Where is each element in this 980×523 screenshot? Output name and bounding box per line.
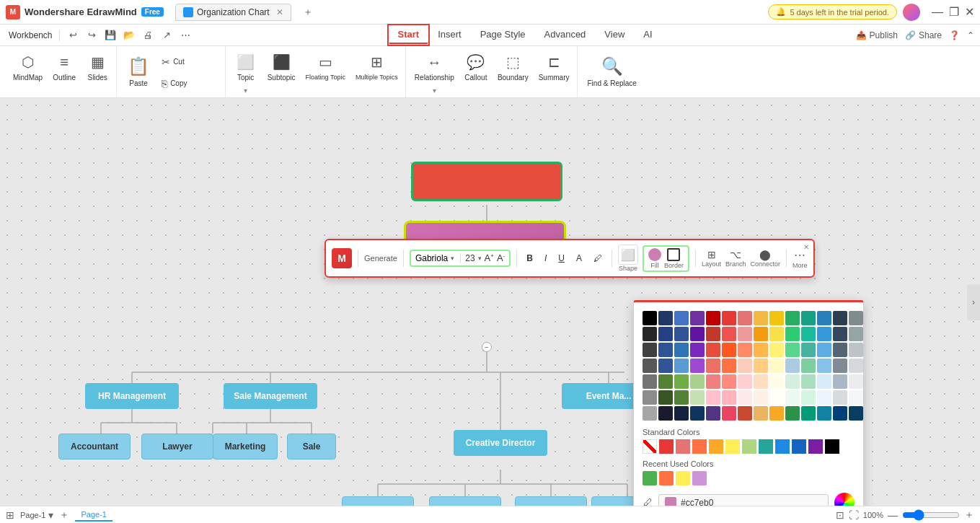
- std-color-6[interactable]: [742, 439, 756, 454]
- std-color-10[interactable]: [808, 439, 823, 454]
- canvas-area[interactable]: Assistant Manager − HR Management Sale M…: [0, 98, 980, 506]
- publish-button[interactable]: 📤 Publish: [856, 30, 898, 40]
- active-page-tab[interactable]: Page-1: [75, 509, 112, 522]
- color-cell-1-5[interactable]: [722, 327, 736, 341]
- color-cell-2-5[interactable]: [722, 343, 736, 357]
- add-page-plus-button[interactable]: ＋: [59, 509, 69, 522]
- color-cell-3-12[interactable]: [833, 359, 847, 373]
- color-cell-6-5[interactable]: [722, 406, 736, 421]
- color-cell-2-0[interactable]: [643, 343, 657, 357]
- color-cell-5-11[interactable]: [817, 390, 831, 405]
- color-cell-5-7[interactable]: [754, 390, 768, 405]
- page-dropdown-button[interactable]: ▾: [48, 509, 53, 521]
- italic-button[interactable]: I: [541, 252, 550, 265]
- color-cell-1-11[interactable]: [817, 327, 831, 341]
- color-cell-0-2[interactable]: [674, 311, 689, 325]
- color-cell-2-2[interactable]: [674, 343, 689, 357]
- more-nav-button[interactable]: ⋯: [177, 27, 194, 44]
- color-cell-4-0[interactable]: [643, 374, 657, 389]
- undo-button[interactable]: ↩: [64, 27, 81, 44]
- color-cell-6-13[interactable]: [849, 406, 863, 421]
- tab-ai[interactable]: AI: [635, 26, 661, 44]
- color-cell-1-4[interactable]: [706, 327, 720, 341]
- color-cell-0-7[interactable]: [754, 311, 768, 325]
- root-node[interactable]: [411, 162, 562, 201]
- color-cell-3-1[interactable]: [658, 359, 673, 373]
- color-cell-0-3[interactable]: [690, 311, 705, 325]
- share-button[interactable]: 🔗 Share: [905, 30, 942, 40]
- color-cell-5-0[interactable]: [643, 390, 657, 405]
- marketing-node[interactable]: Marketing: [213, 434, 278, 460]
- color-cell-0-11[interactable]: [817, 311, 831, 325]
- color-cell-6-6[interactable]: [738, 406, 752, 421]
- color-cell-5-10[interactable]: [801, 390, 816, 405]
- color-cell-0-13[interactable]: [849, 311, 863, 325]
- color-wheel-button[interactable]: [834, 493, 855, 506]
- color-cell-3-0[interactable]: [643, 359, 657, 373]
- color-cell-2-1[interactable]: [658, 343, 673, 357]
- boundary-button[interactable]: ⬚ Boundary: [493, 49, 533, 85]
- color-cell-2-6[interactable]: [738, 343, 752, 357]
- color-cell-0-1[interactable]: [658, 311, 673, 325]
- color-cell-2-8[interactable]: [769, 343, 784, 357]
- color-cell-6-0[interactable]: [643, 406, 657, 421]
- color-cell-3-11[interactable]: [817, 359, 831, 373]
- color-cell-0-4[interactable]: [706, 311, 720, 325]
- color-cell-2-9[interactable]: [785, 343, 800, 357]
- color-cell-5-4[interactable]: [706, 390, 720, 405]
- sale-management-node[interactable]: Sale Management: [224, 383, 317, 409]
- topic-button[interactable]: ⬜ Topic: [230, 49, 262, 85]
- copy-button[interactable]: ⎘ Copy: [157, 74, 222, 94]
- color-cell-2-3[interactable]: [690, 343, 705, 357]
- color-cell-5-2[interactable]: [674, 390, 689, 405]
- zoom-in-button[interactable]: ＋: [964, 509, 974, 522]
- collapse-button[interactable]: −: [482, 342, 492, 352]
- color-cell-3-5[interactable]: [722, 359, 736, 373]
- creative-director-node[interactable]: Creative Director: [454, 430, 547, 456]
- color-cell-5-5[interactable]: [722, 390, 736, 405]
- std-color-5[interactable]: [725, 439, 740, 454]
- font-color-button[interactable]: A: [573, 252, 586, 265]
- color-cell-5-13[interactable]: [849, 390, 863, 405]
- color-cell-0-12[interactable]: [833, 311, 847, 325]
- tab-page-style[interactable]: Page Style: [472, 26, 534, 44]
- summary-button[interactable]: ⊏ Summary: [534, 49, 574, 85]
- highlight-button[interactable]: 🖊: [590, 252, 606, 265]
- tab-view[interactable]: View: [596, 26, 633, 44]
- font-size-increase[interactable]: A+: [485, 252, 494, 263]
- color-cell-4-2[interactable]: [674, 374, 689, 389]
- find-replace-button[interactable]: 🔍 Find & Replace: [582, 49, 643, 95]
- hr-management-node[interactable]: HR Management: [85, 383, 179, 409]
- color-cell-4-5[interactable]: [722, 374, 736, 389]
- document-tab[interactable]: Organization Chart ✕: [175, 4, 291, 21]
- color-cell-1-13[interactable]: [849, 327, 863, 341]
- recent-color-1[interactable]: [643, 471, 657, 485]
- color-cell-4-9[interactable]: [785, 374, 800, 389]
- color-cell-4-7[interactable]: [754, 374, 768, 389]
- color-cell-3-10[interactable]: [801, 359, 816, 373]
- add-page-button[interactable]: ⊞: [6, 509, 14, 521]
- color-cell-6-12[interactable]: [833, 406, 847, 421]
- floating-topic-button[interactable]: ▭ Floating Topic: [301, 49, 350, 84]
- color-cell-2-13[interactable]: [849, 343, 863, 357]
- color-cell-0-0[interactable]: [643, 311, 657, 325]
- color-cell-4-4[interactable]: [706, 374, 720, 389]
- slides-button[interactable]: ▦ Slides: [81, 49, 113, 85]
- std-color-11[interactable]: [825, 439, 839, 454]
- tab-close-icon[interactable]: ✕: [276, 7, 283, 17]
- color-cell-1-8[interactable]: [769, 327, 784, 341]
- help-button[interactable]: ❓: [949, 30, 960, 40]
- color-cell-1-6[interactable]: [738, 327, 752, 341]
- color-cell-5-9[interactable]: [785, 390, 800, 405]
- font-size-decrease[interactable]: A-: [497, 252, 505, 263]
- color-cell-6-3[interactable]: [690, 406, 705, 421]
- minimize-icon[interactable]: —: [932, 6, 943, 19]
- generate-label[interactable]: Generate: [364, 254, 397, 263]
- color-cell-1-12[interactable]: [833, 327, 847, 341]
- color-cell-6-4[interactable]: [706, 406, 720, 421]
- std-color-1[interactable]: [659, 439, 674, 454]
- color-cell-0-5[interactable]: [722, 311, 736, 325]
- font-selector[interactable]: Gabriola ▾ 23 ▾ A+ A-: [410, 250, 511, 266]
- color-cell-3-8[interactable]: [769, 359, 784, 373]
- color-cell-6-2[interactable]: [674, 406, 689, 421]
